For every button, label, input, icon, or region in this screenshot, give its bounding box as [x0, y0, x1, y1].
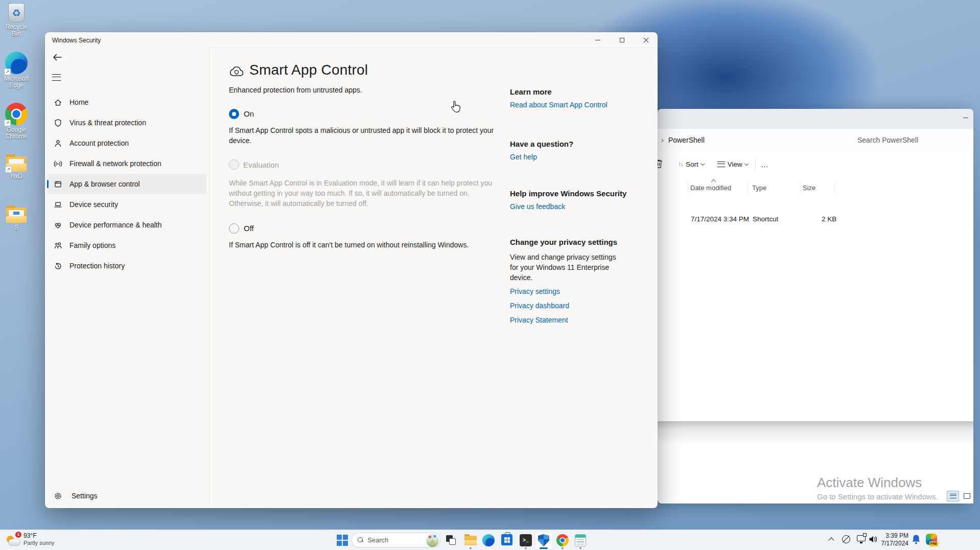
ethernet-display-icon[interactable]: [857, 535, 866, 541]
column-header-size[interactable]: Size: [803, 184, 815, 192]
close-button[interactable]: [634, 32, 658, 48]
terminal-button[interactable]: >_: [520, 534, 532, 546]
desktop-icon-google-chrome[interactable]: ↗ Google Chrome: [1, 103, 32, 140]
divider: [209, 48, 209, 506]
store-icon: [501, 534, 512, 545]
explorer-column-headers: Date modified Type Size: [658, 180, 973, 195]
desktop-icon-label: S: [14, 224, 18, 231]
maximize-button[interactable]: [610, 32, 634, 48]
sidebar-item-home[interactable]: Home: [47, 92, 206, 112]
more-options-button[interactable]: …: [761, 160, 769, 169]
start-button[interactable]: [337, 535, 348, 546]
weather-widget[interactable]: 1: [6, 533, 21, 548]
sidebar-item-device-performance-health[interactable]: Device performance & health: [47, 215, 206, 235]
desktop: ♻ Recycle Bin ↗ Microsoft Edge ↗ Google …: [0, 0, 980, 550]
network-antenna-icon: [54, 159, 62, 168]
clock[interactable]: 3:39 PM 7/17/2024: [879, 532, 908, 547]
folder-icon: [6, 208, 27, 223]
improve-heading: Help improve Windows Security: [510, 189, 626, 198]
breadcrumb[interactable]: PowerShell: [668, 136, 705, 144]
off-description: If Smart App Control is off it can't be …: [229, 240, 495, 250]
explorer-titlebar[interactable]: [658, 109, 973, 129]
file-explorer-button[interactable]: [464, 536, 477, 545]
sidebar-item-settings[interactable]: Settings: [47, 486, 206, 506]
details-view-button[interactable]: [947, 491, 959, 501]
privacy-dashboard-link[interactable]: Privacy dashboard: [510, 302, 569, 310]
sidebar-item-virus-threat-protection[interactable]: Virus & threat protection: [47, 112, 206, 133]
menu-button[interactable]: [52, 74, 61, 81]
view-lines-icon: [717, 162, 725, 167]
notification-bell-icon[interactable]: [912, 534, 921, 545]
column-header-type[interactable]: Type: [752, 184, 766, 192]
explorer-search-input[interactable]: Search PowerShell: [857, 136, 918, 144]
get-help-link[interactable]: Get help: [510, 153, 537, 161]
tray-expand-chevron[interactable]: [828, 537, 834, 543]
file-row[interactable]: 7/17/2024 3:34 PM Shortcut 2 KB: [658, 213, 973, 228]
search-icon: [358, 537, 363, 543]
sort-ascending-icon: [711, 179, 716, 185]
radio-on-label[interactable]: On: [244, 109, 254, 118]
chevron-down-icon: [701, 161, 705, 165]
radio-off[interactable]: [229, 223, 239, 234]
toolbar-separator: [755, 158, 756, 170]
privacy-statement-link[interactable]: Privacy Statement: [510, 316, 568, 324]
explorer-toolbar: ↑↓ Sort View …: [658, 151, 973, 177]
minimize-button[interactable]: [586, 32, 610, 48]
weather-condition[interactable]: Partly sunny: [24, 540, 55, 546]
view-button[interactable]: View: [717, 161, 748, 168]
file-type: Shortcut: [753, 215, 778, 223]
sort-label: Sort: [686, 161, 698, 168]
back-button[interactable]: [51, 52, 63, 63]
volume-icon[interactable]: [869, 535, 878, 543]
notes-app-button[interactable]: [575, 534, 586, 546]
sidebar-item-family-options[interactable]: Family options: [47, 235, 206, 256]
edge-button[interactable]: [482, 534, 495, 546]
microsoft-store-button[interactable]: [501, 533, 512, 545]
privacy-settings-link[interactable]: Privacy settings: [510, 287, 560, 295]
window-title: Windows Security: [52, 37, 101, 44]
view-label: View: [728, 161, 742, 168]
weather-temperature[interactable]: 93°F: [24, 532, 36, 539]
sort-button[interactable]: ↑↓ Sort: [678, 161, 704, 168]
sidebar-item-app-browser-control[interactable]: App & browser control: [47, 174, 206, 194]
sidebar-item-firewall-network-protection[interactable]: Firewall & network protection: [47, 153, 206, 174]
running-indicator: [579, 547, 581, 549]
privacy-body: View and change privacy settings for you…: [510, 252, 620, 283]
on-description: If Smart App Control spots a malicious o…: [229, 125, 497, 146]
page-title: Smart App Control: [249, 62, 368, 78]
sidebar-item-device-security[interactable]: Device security: [47, 194, 206, 215]
security-shield-icon: [538, 534, 549, 546]
search-placeholder: Search: [367, 536, 388, 544]
gear-icon: [54, 492, 62, 500]
windows-security-button[interactable]: [535, 532, 552, 549]
chrome-button[interactable]: [556, 534, 569, 546]
terminal-icon: >_: [523, 538, 529, 543]
read-about-link[interactable]: Read about Smart App Control: [510, 101, 608, 109]
feedback-link[interactable]: Give us feedback: [510, 202, 565, 211]
column-header-date-modified[interactable]: Date modified: [690, 184, 731, 192]
desktop-icon-recycle-bin[interactable]: ♻ Recycle Bin: [1, 3, 32, 37]
desktop-icon-microsoft-edge[interactable]: ↗ Microsoft Edge: [1, 52, 32, 89]
radio-off-label[interactable]: Off: [244, 224, 254, 233]
explorer-address-bar[interactable]: › PowerShell Search PowerShell: [658, 129, 973, 151]
shield-icon: [54, 119, 62, 127]
person-icon: [54, 139, 62, 148]
desktop-icon-label: HxD: [10, 173, 22, 180]
radio-on[interactable]: [229, 109, 239, 119]
minimize-icon[interactable]: [963, 118, 968, 118]
notification-badge: 1: [15, 532, 21, 538]
desktop-icon-hxd[interactable]: ↗ HxD: [1, 156, 32, 180]
icons-view-button[interactable]: [961, 491, 973, 501]
desktop-icon-s[interactable]: S: [1, 208, 32, 231]
divider: [209, 48, 658, 48]
sidebar-item-account-protection[interactable]: Account protection: [47, 133, 206, 153]
task-view-button[interactable]: [446, 534, 458, 546]
maximize-icon: [620, 38, 624, 42]
taskbar-search-box[interactable]: Search: [352, 533, 440, 547]
delete-icon[interactable]: [658, 159, 663, 169]
taskbar: 1 93°F Partly sunny Search >_: [0, 530, 980, 550]
sidebar-item-protection-history[interactable]: Protection history: [47, 256, 206, 276]
page-subtitle: Enhanced protection from untrusted apps.: [229, 86, 362, 94]
edge-icon: ↗: [5, 52, 28, 74]
no-internet-icon[interactable]: [842, 535, 850, 543]
